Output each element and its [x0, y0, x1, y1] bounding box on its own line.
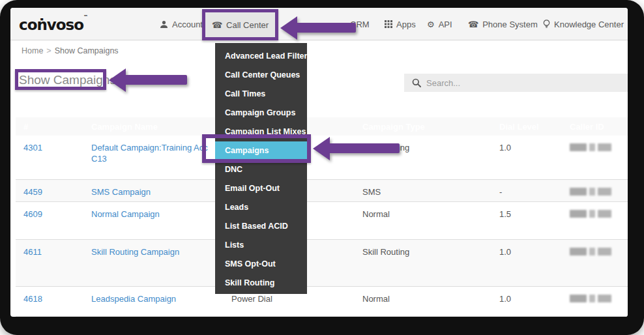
app-screen: coṅvoso™ Account ☎ Call Center CRM Apps: [10, 8, 628, 317]
gear-icon: ⚙: [427, 20, 435, 29]
caller-id-cell: [570, 202, 628, 239]
screenshot-stage: coṅvoso™ Account ☎ Call Center CRM Apps: [0, 0, 644, 335]
col-header-id[interactable]: #: [16, 117, 91, 136]
caller-id-cell: [570, 136, 628, 179]
call-center-dropdown: Advanced Lead FiltersCall Center QueuesC…: [215, 43, 307, 294]
dropdown-item-call-center-queues[interactable]: Call Center Queues: [215, 66, 307, 85]
search-box[interactable]: [404, 74, 628, 92]
phone-icon: ☎: [468, 20, 478, 29]
redacted-caller-id: [570, 210, 611, 218]
breadcrumb-home-link[interactable]: Home: [22, 46, 43, 55]
annotation-box-call-center: [202, 9, 278, 40]
caller-id-cell: [570, 287, 628, 316]
campaign-name-link[interactable]: SMS Campaign: [91, 187, 151, 197]
campaign-type-cell: Skill Routing: [362, 240, 499, 286]
dropdown-item-advanced-lead-filters[interactable]: Advanced Lead Filters: [215, 47, 307, 66]
table-row: 4611Skill Routing CampaignSkill Routing1…: [16, 240, 628, 287]
campaign-id-link[interactable]: 4459: [23, 187, 42, 197]
caller-id-cell: [570, 180, 628, 201]
caller-id-cell: [570, 240, 628, 286]
dropdown-item-skill-routing[interactable]: Skill Routing: [215, 274, 307, 293]
dial-level-cell: 1.0: [499, 287, 570, 316]
table-row: 4609Normal CampaignNormal1.5: [16, 202, 628, 240]
dial-level-cell: -: [499, 180, 570, 201]
search-icon: [412, 78, 421, 87]
redacted-caller-id: [570, 143, 611, 151]
annotation-arrow-call-center: [280, 16, 356, 40]
grid-icon: [385, 20, 392, 28]
nav-item-api[interactable]: ⚙ API: [427, 8, 452, 40]
dropdown-item-campaign-groups[interactable]: Campaign Groups: [215, 104, 307, 123]
nav-item-knowledge-center[interactable]: Knowledge Center: [543, 8, 624, 40]
breadcrumb: Home>Show Campaigns: [22, 46, 119, 55]
redacted-caller-id: [570, 248, 611, 255]
col-header-dial-level[interactable]: Dial Level: [499, 117, 570, 136]
table-row: 4459SMS CampaignSMS-: [16, 180, 628, 202]
nav-item-apps[interactable]: Apps: [385, 8, 416, 40]
dropdown-item-dnc[interactable]: DNC: [215, 160, 307, 179]
dial-level-cell: 1.0: [499, 240, 570, 286]
annotation-box-campaigns-item: [202, 134, 311, 163]
campaign-name-link[interactable]: Skill Routing Campaign: [91, 247, 179, 257]
breadcrumb-separator: >: [46, 46, 51, 55]
dropdown-item-sms-opt-out[interactable]: SMS Opt-Out: [215, 255, 307, 274]
annotation-box-page-title: [15, 69, 106, 90]
lightbulb-icon: [543, 20, 550, 29]
table-body: 4301Default Campaign:Training AccC13Skil…: [16, 136, 628, 317]
table-header-row: # Campaign Name Campaign Type Dial Level…: [16, 117, 628, 136]
redacted-caller-id: [570, 188, 611, 196]
campaign-id-link[interactable]: 4609: [23, 209, 42, 219]
annotation-arrow-page-title: [109, 68, 187, 92]
nav-item-account[interactable]: Account: [160, 8, 203, 40]
dropdown-item-leads[interactable]: Leads: [215, 198, 307, 217]
dropdown-item-email-opt-out[interactable]: Email Opt-Out: [215, 179, 307, 198]
convoso-logo[interactable]: coṅvoso™: [19, 14, 88, 33]
col-header-campaign-type[interactable]: Campaign Type: [362, 117, 499, 136]
user-icon: [160, 20, 168, 29]
campaign-name-link[interactable]: Default Campaign:Training AccC13: [91, 143, 208, 164]
campaign-name-link[interactable]: Normal Campaign: [91, 209, 160, 219]
campaign-id-link[interactable]: 4618: [23, 294, 42, 304]
redacted-caller-id: [570, 295, 611, 302]
campaign-id-link[interactable]: 4611: [23, 247, 42, 257]
campaign-type-cell: SMS: [362, 180, 499, 201]
breadcrumb-current: Show Campaigns: [55, 46, 119, 55]
trademark-mark: ™: [83, 14, 88, 20]
nav-item-phone-system[interactable]: ☎ Phone System: [468, 8, 538, 40]
search-input[interactable]: [426, 78, 609, 88]
table-row: 4618Leadspedia CampaignPower DialNormal1…: [16, 287, 628, 317]
campaign-name-link[interactable]: Leadspedia Campaign: [91, 294, 176, 304]
dropdown-item-call-times[interactable]: Call Times: [215, 85, 307, 104]
dial-level-cell: 1.0: [499, 136, 570, 179]
campaign-type-cell: Normal: [362, 287, 499, 316]
dropdown-item-list-based-acid[interactable]: List Based ACID: [215, 217, 307, 236]
dial-level-cell: 1.5: [499, 202, 570, 239]
dropdown-item-lists[interactable]: Lists: [215, 236, 307, 255]
campaign-type-cell: Normal: [362, 202, 499, 239]
col-header-caller-id[interactable]: Caller ID: [570, 117, 628, 136]
campaign-id-link[interactable]: 4301: [23, 143, 42, 153]
annotation-arrow-campaigns-item: [313, 137, 400, 160]
col-header-campaign-name[interactable]: Campaign Name: [91, 117, 231, 136]
